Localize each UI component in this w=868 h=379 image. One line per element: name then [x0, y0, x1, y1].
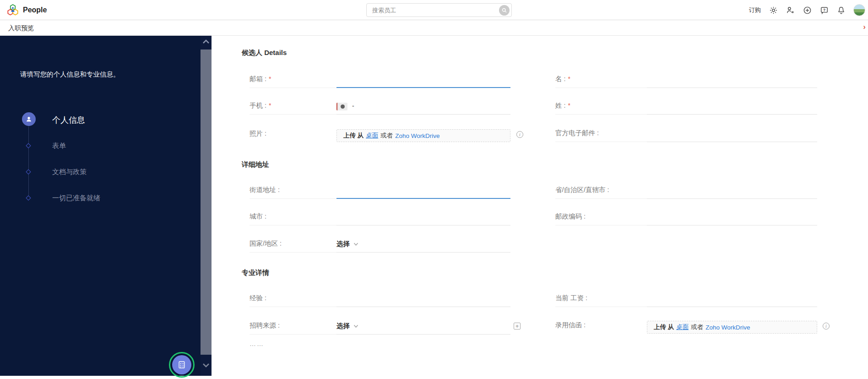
city-input[interactable] [336, 214, 510, 225]
field-experience: 经验 : [250, 292, 510, 307]
sidebar-intro-text: 请填写您的个人信息和专业信息。 [20, 70, 153, 79]
offer-letter-info-icon[interactable]: i [823, 323, 830, 330]
mobile-dash: - [352, 102, 354, 110]
photo-info-icon[interactable]: i [516, 131, 523, 138]
required-mark: * [568, 75, 570, 82]
upload-prefix: 上传 从 [343, 132, 363, 140]
field-source: 招聘来源 : 选择 [250, 320, 510, 335]
country-label: 国家/地区 : [250, 239, 336, 253]
step-marker-ready [26, 195, 31, 200]
step-connector-line [28, 126, 29, 198]
last-name-input[interactable] [647, 103, 817, 115]
zip-label: 邮政编码 : [555, 212, 647, 225]
add-option-icon[interactable]: + [514, 323, 521, 330]
search-icon[interactable] [499, 5, 510, 16]
avatar[interactable] [853, 4, 865, 16]
help-icon[interactable]: ? [819, 5, 829, 15]
sidebar-scrollbar[interactable] [201, 36, 212, 376]
mobile-label: 手机 : [250, 102, 266, 109]
field-state: 省/自治区/直辖市 : [555, 184, 817, 199]
source-label: 招聘来源 : [250, 321, 336, 335]
country-select[interactable]: 选择 [336, 240, 350, 247]
upload-or-text: 或者 [380, 132, 393, 140]
field-official-email: 官方电子邮件 : [555, 127, 817, 142]
zoho-people-logo-icon [6, 4, 19, 16]
checklist-icon [172, 355, 191, 374]
email-label: 邮箱 : [250, 75, 266, 82]
svg-text:?: ? [823, 7, 825, 12]
user-switch-icon[interactable] [786, 5, 795, 15]
current-salary-input[interactable] [647, 296, 817, 307]
state-input[interactable] [647, 187, 817, 199]
last-name-label: 姓 : [555, 102, 566, 109]
scroll-down-icon[interactable] [201, 362, 211, 368]
upload-desktop-link[interactable]: 桌面 [676, 323, 689, 331]
upload-or-text: 或者 [691, 323, 703, 331]
app-title: People [23, 0, 47, 20]
offer-letter-label: 录用信函 : [555, 321, 647, 334]
required-mark: * [269, 102, 271, 109]
body: 请填写您的个人信息和专业信息。 个人信息 表单 文档与政策 一切已准备就绪 [0, 36, 868, 379]
form-summary-fab-button[interactable] [169, 352, 195, 378]
bell-icon[interactable] [836, 5, 846, 15]
city-label: 城市 : [250, 212, 336, 225]
chevron-down-icon [353, 322, 358, 330]
field-offer-letter: 录用信函 : 上传 从 桌面 或者 Zoho WorkDrive [555, 320, 817, 335]
required-mark: * [269, 75, 271, 82]
upload-workdrive-link[interactable]: Zoho WorkDrive [395, 132, 439, 139]
street-input[interactable] [336, 187, 510, 199]
field-street: 街道地址 : [250, 184, 510, 199]
person-icon [25, 115, 33, 123]
zip-input[interactable] [647, 214, 817, 225]
country-flag-selector-icon[interactable] [336, 103, 347, 110]
sidebar-item-all-ready[interactable]: 一切已准备就绪 [52, 194, 100, 203]
sidebar-item-documents-policies[interactable]: 文档与政策 [52, 168, 87, 176]
scroll-up-icon[interactable] [201, 38, 211, 45]
experience-input[interactable] [336, 296, 510, 307]
sidebar-item-forms[interactable]: 表单 [52, 142, 66, 150]
official-email-input[interactable] [647, 131, 817, 142]
offer-letter-upload-dropzone[interactable]: 上传 从 桌面 或者 Zoho WorkDrive [647, 321, 817, 334]
current-salary-label: 当前 工资 : [555, 294, 647, 307]
first-name-label: 名 : [555, 75, 566, 82]
field-email: 邮箱 :* [250, 73, 510, 88]
field-photo: 照片 : 上传 从 桌面 或者 Zoho WorkDrive [250, 128, 510, 143]
field-country: 国家/地区 : 选择 [250, 238, 510, 253]
plus-circle-icon[interactable] [803, 5, 812, 15]
photo-upload-dropzone[interactable]: 上传 从 桌面 或者 Zoho WorkDrive [336, 129, 510, 142]
onboarding-steps-sidebar: 请填写您的个人信息和专业信息。 个人信息 表单 文档与政策 一切已准备就绪 [0, 36, 201, 376]
scrollbar-thumb[interactable] [201, 49, 212, 355]
employee-search [366, 3, 512, 17]
step-personal-info-badge[interactable] [22, 112, 36, 126]
photo-label: 照片 : [250, 129, 336, 142]
chevron-down-icon [353, 240, 358, 247]
gear-icon[interactable] [769, 5, 778, 15]
street-label: 街道地址 : [250, 186, 336, 199]
more-fields-indicator: …… [250, 340, 264, 347]
page-title: 入职预览 [8, 20, 34, 36]
section-title-candidate: 候选人 Details [242, 49, 287, 57]
sidebar-item-personal-info[interactable]: 个人信息 [52, 115, 85, 126]
official-email-label: 官方电子邮件 : [555, 129, 647, 142]
field-mobile: 手机 :* - [250, 100, 510, 115]
source-select[interactable]: 选择 [336, 322, 350, 330]
scroll-right-chevron-icon[interactable]: › [863, 22, 866, 32]
onboarding-form: 候选人 Details 邮箱 :* 名 :* 手机 :* - 姓 :* 照片 :… [212, 36, 868, 379]
breadcrumb-bar: 入职预览 › [0, 20, 868, 36]
topbar-actions: 订购 ? [749, 0, 865, 20]
subscribe-link[interactable]: 订购 [749, 6, 761, 14]
mobile-input[interactable]: - [336, 102, 510, 115]
field-zip: 邮政编码 : [555, 211, 817, 225]
experience-label: 经验 : [250, 294, 336, 307]
section-title-address: 详细地址 [242, 160, 269, 169]
step-marker-forms [26, 143, 31, 148]
upload-desktop-link[interactable]: 桌面 [366, 132, 378, 140]
first-name-input[interactable] [647, 77, 817, 88]
top-bar: People 订购 [0, 0, 868, 20]
field-first-name: 名 :* [555, 73, 817, 88]
field-current-salary: 当前 工资 : [555, 292, 817, 307]
required-mark: * [568, 102, 570, 109]
search-input[interactable] [367, 4, 496, 16]
email-input[interactable] [336, 77, 510, 88]
upload-workdrive-link[interactable]: Zoho WorkDrive [705, 324, 750, 331]
